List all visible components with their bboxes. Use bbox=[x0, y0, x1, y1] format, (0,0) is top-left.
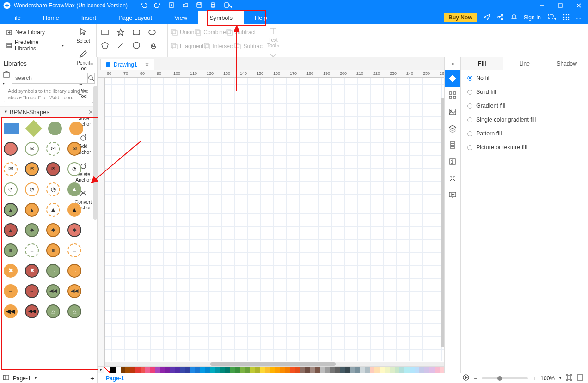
send-icon[interactable] bbox=[484, 13, 490, 22]
bpmn-shape[interactable] bbox=[69, 122, 83, 135]
library-filter-icon[interactable]: ▾ bbox=[3, 71, 10, 86]
color-swatch[interactable] bbox=[290, 367, 295, 373]
sign-in-link[interactable]: Sign In bbox=[524, 14, 541, 21]
bpmn-shape[interactable]: ✉ bbox=[4, 162, 18, 176]
bpmn-shape[interactable]: ✉ bbox=[25, 162, 39, 176]
fill-option-no-fill[interactable]: No fill bbox=[467, 75, 582, 81]
color-swatch[interactable] bbox=[374, 367, 380, 373]
color-swatch[interactable] bbox=[240, 367, 245, 373]
bpmn-shape[interactable] bbox=[48, 122, 62, 135]
color-swatch[interactable] bbox=[110, 367, 116, 373]
image-tab-icon[interactable] bbox=[445, 103, 461, 120]
swatch-dropdown[interactable]: ▾ bbox=[98, 367, 104, 373]
color-swatch[interactable] bbox=[185, 367, 190, 373]
properties-tab-shadow[interactable]: Shadow bbox=[545, 57, 588, 70]
presentation-tab-icon[interactable] bbox=[445, 187, 461, 203]
color-swatch[interactable] bbox=[395, 367, 400, 373]
color-swatch[interactable] bbox=[345, 367, 350, 373]
color-swatch[interactable] bbox=[285, 367, 290, 373]
color-swatch[interactable] bbox=[315, 367, 320, 373]
color-swatch[interactable] bbox=[275, 367, 280, 373]
undo-icon[interactable] bbox=[141, 2, 147, 10]
color-swatch[interactable] bbox=[440, 367, 444, 373]
color-swatch[interactable] bbox=[355, 367, 360, 373]
bpmn-shape[interactable]: ◔ bbox=[4, 182, 18, 196]
bpmn-shape[interactable]: ◀◀ bbox=[46, 284, 60, 298]
open-icon[interactable] bbox=[182, 2, 189, 10]
buy-now-button[interactable]: Buy Now bbox=[444, 13, 477, 22]
bpmn-shape[interactable]: ✉ bbox=[25, 142, 39, 156]
color-swatch[interactable] bbox=[320, 367, 325, 373]
apps-icon[interactable] bbox=[563, 13, 570, 22]
bpmn-shape[interactable]: ≡ bbox=[67, 243, 81, 257]
bpmn-shape[interactable]: ▲ bbox=[67, 182, 81, 196]
color-swatch[interactable] bbox=[220, 367, 225, 373]
drawing-canvas[interactable] bbox=[105, 78, 444, 361]
layers-tab-icon[interactable] bbox=[445, 120, 461, 137]
subtract-button[interactable]: Subtract bbox=[226, 26, 256, 39]
options-dropdown-icon[interactable]: ▾ bbox=[547, 13, 556, 22]
spiral-shape[interactable] bbox=[147, 40, 158, 51]
color-swatch[interactable] bbox=[195, 367, 200, 373]
fragment-button[interactable]: Fragment bbox=[171, 40, 203, 53]
grid-tab-icon[interactable] bbox=[445, 87, 461, 103]
zoom-in-icon[interactable]: + bbox=[533, 375, 536, 382]
collapse-libraries-icon[interactable]: « bbox=[90, 60, 93, 67]
libraries-scrollbar[interactable] bbox=[93, 86, 97, 220]
color-swatch[interactable] bbox=[175, 367, 180, 373]
search-input[interactable] bbox=[12, 73, 88, 84]
bpmn-shape[interactable]: ▲ bbox=[4, 203, 18, 217]
color-swatch[interactable] bbox=[200, 367, 205, 373]
bpmn-shape[interactable] bbox=[25, 120, 43, 137]
bpmn-shape[interactable]: → bbox=[46, 264, 60, 278]
color-swatch[interactable] bbox=[280, 367, 285, 373]
color-swatch[interactable] bbox=[380, 367, 385, 373]
color-swatch[interactable] bbox=[340, 367, 345, 373]
color-swatch[interactable] bbox=[155, 367, 160, 373]
collapse-ribbon-icon[interactable]: ︿ bbox=[576, 14, 582, 22]
close-section-icon[interactable]: ✕ bbox=[88, 109, 93, 116]
color-swatch[interactable] bbox=[310, 367, 315, 373]
color-swatch[interactable] bbox=[165, 367, 171, 373]
bpmn-shape[interactable]: → bbox=[25, 284, 39, 298]
color-swatch[interactable] bbox=[335, 367, 340, 373]
color-swatch[interactable] bbox=[205, 367, 210, 373]
color-swatch[interactable] bbox=[250, 367, 255, 373]
save-icon[interactable] bbox=[196, 2, 202, 10]
distribute-tab-icon[interactable] bbox=[445, 170, 461, 187]
bpmn-shape[interactable]: ✖ bbox=[4, 264, 18, 278]
properties-tab-fill[interactable]: Fill bbox=[461, 57, 503, 70]
color-swatch[interactable] bbox=[410, 367, 415, 373]
color-swatch[interactable] bbox=[399, 367, 404, 373]
color-swatch[interactable] bbox=[235, 367, 240, 373]
color-swatch[interactable] bbox=[265, 367, 270, 373]
color-swatch[interactable] bbox=[141, 367, 146, 373]
bpmn-shape[interactable] bbox=[4, 123, 19, 134]
bpmn-section-header[interactable]: ▼ BPMN-Shapes ✕ bbox=[0, 106, 97, 118]
color-swatch[interactable] bbox=[230, 367, 235, 373]
properties-tab-line[interactable]: Line bbox=[503, 57, 546, 70]
circle-shape[interactable] bbox=[131, 40, 142, 51]
maximize-button[interactable] bbox=[551, 0, 570, 11]
fill-option-picture-or-texture-fill[interactable]: Picture or texture fill bbox=[467, 144, 582, 151]
pentagon-shape[interactable] bbox=[99, 40, 110, 51]
page-tab[interactable]: Page-1 bbox=[98, 375, 132, 382]
color-swatch[interactable] bbox=[385, 367, 390, 373]
bpmn-shape[interactable]: ◆ bbox=[25, 223, 39, 237]
color-swatch[interactable] bbox=[330, 367, 335, 373]
search-icon[interactable] bbox=[88, 73, 95, 84]
canvas-horizontal-scrollbar[interactable] bbox=[105, 362, 444, 366]
fullscreen-icon[interactable] bbox=[577, 374, 583, 382]
bell-icon[interactable] bbox=[510, 13, 517, 22]
share-icon[interactable] bbox=[497, 13, 504, 22]
color-swatch[interactable] bbox=[300, 367, 305, 373]
play-icon[interactable] bbox=[463, 374, 469, 382]
fit-page-icon[interactable] bbox=[566, 374, 572, 382]
color-swatch[interactable] bbox=[150, 367, 155, 373]
minimize-button[interactable] bbox=[533, 0, 551, 11]
color-swatch[interactable] bbox=[390, 367, 395, 373]
bpmn-shape[interactable]: ◔ bbox=[46, 182, 60, 196]
color-swatch[interactable] bbox=[295, 367, 300, 373]
rect-shape[interactable] bbox=[99, 27, 110, 38]
color-swatch[interactable] bbox=[350, 367, 355, 373]
